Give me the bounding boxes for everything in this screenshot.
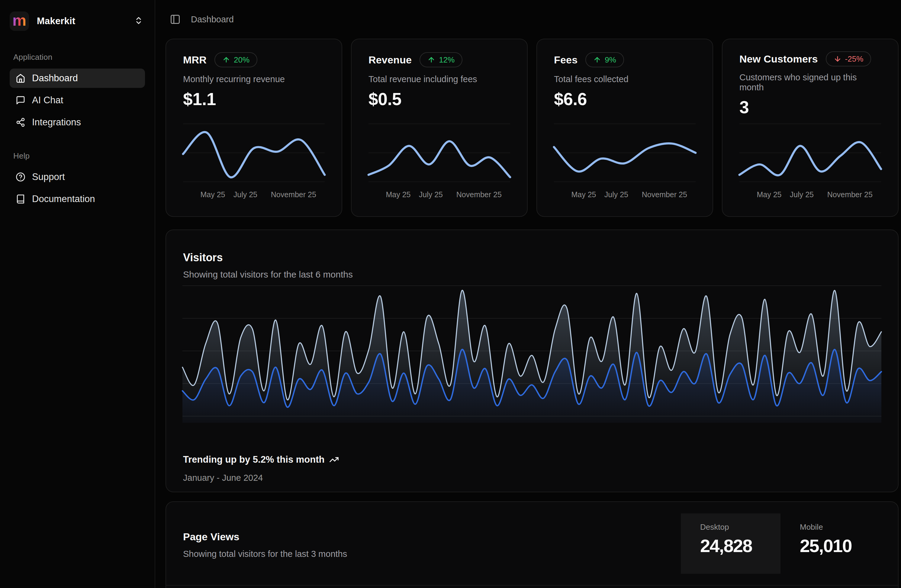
- sidebar-item-label: Documentation: [32, 193, 95, 204]
- visitors-period: January - June 2024: [183, 473, 263, 483]
- stat-title: MRR: [183, 54, 207, 66]
- sidebar-item-label: Support: [32, 172, 65, 182]
- stat-value: $0.5: [368, 89, 510, 109]
- trend-badge-value: 20%: [234, 55, 249, 65]
- sparkline-x-axis: May 25 July 25 November 25: [368, 190, 510, 203]
- trend-badge: 9%: [585, 52, 624, 67]
- sidebar-item-support[interactable]: Support: [10, 167, 145, 187]
- fees-sparkline-chart: [554, 117, 695, 189]
- sidebar-item-documentation[interactable]: Documentation: [10, 189, 145, 209]
- trend-badge-value: 12%: [439, 55, 455, 65]
- stat-card-revenue: Revenue 12% Total revenue including fees…: [351, 39, 528, 217]
- stat-value: $1.1: [183, 89, 325, 109]
- page-views-toggle-mobile[interactable]: Mobile 25,010: [781, 513, 880, 574]
- logo-letter: m: [12, 12, 26, 28]
- stat-description: Total revenue including fees: [368, 74, 510, 84]
- content: MRR 20% Monthly recurring revenue $1.1 M…: [155, 39, 901, 588]
- trend-badge-value: 9%: [605, 55, 616, 65]
- visitors-trend-note: Trending up by 5.2% this month: [183, 454, 324, 465]
- new-customers-sparkline-chart: [739, 117, 881, 189]
- breadcrumb: Dashboard: [191, 14, 234, 25]
- sidebar-item-label: Dashboard: [32, 73, 78, 84]
- desktop-value: 24,828: [700, 535, 781, 556]
- stat-title: Revenue: [368, 54, 412, 66]
- sidebar-item-label: Integrations: [32, 117, 81, 128]
- visitors-description: Showing total visitors for the last 6 mo…: [183, 269, 353, 280]
- arrow-up-icon: [593, 56, 601, 64]
- trend-badge: 20%: [214, 52, 257, 67]
- sidebar-item-dashboard[interactable]: Dashboard: [10, 69, 145, 88]
- arrow-down-icon: [834, 55, 842, 63]
- revenue-sparkline-chart: [368, 117, 510, 189]
- trending-up-icon: [329, 455, 339, 465]
- visitors-card: Visitors Showing total visitors for the …: [165, 229, 899, 492]
- sparkline-x-axis: May 25 July 25 November 25: [554, 190, 695, 203]
- stat-description: Total fees collected: [554, 74, 695, 84]
- page-views-header: Page Views Showing total visitors for th…: [166, 502, 898, 586]
- visitors-area-chart: [182, 284, 881, 423]
- stat-card-new-customers: New Customers -25% Customers who signed …: [722, 39, 899, 217]
- home-icon: [16, 73, 25, 83]
- sidebar-section-application: Application: [13, 53, 145, 62]
- stat-title: New Customers: [739, 53, 818, 65]
- sidebar-section-help: Help: [13, 151, 145, 161]
- stat-value: 3: [739, 97, 881, 117]
- stat-card-mrr: MRR 20% Monthly recurring revenue $1.1 M…: [165, 39, 342, 217]
- page-views-card: Page Views Showing total visitors for th…: [165, 501, 899, 588]
- mobile-label: Mobile: [800, 522, 880, 532]
- mobile-value: 25,010: [800, 535, 880, 556]
- stat-cards-row: MRR 20% Monthly recurring revenue $1.1 M…: [165, 39, 899, 217]
- sparkline-x-axis: May 25 July 25 November 25: [739, 190, 881, 203]
- stat-value: $6.6: [554, 89, 695, 109]
- arrow-up-icon: [222, 56, 230, 64]
- sidebar-item-ai-chat[interactable]: AI Chat: [10, 90, 145, 110]
- main-area: Dashboard MRR 20% Monthly recurring reve…: [155, 0, 901, 588]
- sidebar-item-integrations[interactable]: Integrations: [10, 113, 145, 132]
- sidebar-nav-help: Support Documentation: [10, 167, 145, 209]
- page-views-description: Showing total visitors for the last 3 mo…: [183, 549, 347, 559]
- sidebar-item-label: AI Chat: [32, 95, 63, 106]
- app-root: m Makerkit Application Dashboard AI Chat: [0, 0, 901, 588]
- sidebar-toggle-icon[interactable]: [170, 14, 181, 25]
- share-icon: [16, 117, 25, 127]
- trend-badge: -25%: [826, 51, 871, 66]
- help-circle-icon: [16, 172, 25, 182]
- stat-description: Customers who signed up this month: [739, 72, 881, 92]
- chevrons-up-down-icon: [134, 16, 143, 26]
- visitors-title: Visitors: [183, 251, 223, 264]
- page-views-toggle-desktop[interactable]: Desktop 24,828: [681, 513, 781, 574]
- workspace-switcher[interactable]: m Makerkit: [10, 11, 145, 31]
- stat-description: Monthly recurring revenue: [183, 74, 325, 84]
- makerkit-logo: m: [10, 11, 29, 31]
- topbar: Dashboard: [155, 0, 901, 39]
- arrow-up-icon: [427, 56, 435, 64]
- sidebar: m Makerkit Application Dashboard AI Chat: [0, 0, 155, 588]
- mrr-sparkline-chart: [183, 117, 325, 189]
- sparkline-x-axis: May 25 July 25 November 25: [183, 190, 325, 203]
- book-icon: [16, 194, 25, 204]
- trend-badge-value: -25%: [845, 55, 864, 64]
- chat-bubble-icon: [16, 95, 25, 105]
- stat-title: Fees: [554, 54, 577, 66]
- stat-card-fees: Fees 9% Total fees collected $6.6 May 25: [536, 39, 713, 217]
- sidebar-nav-application: Dashboard AI Chat Integrations: [10, 69, 145, 132]
- trend-badge: 12%: [419, 52, 463, 67]
- desktop-label: Desktop: [700, 522, 781, 532]
- page-views-title: Page Views: [183, 531, 240, 543]
- workspace-name: Makerkit: [37, 16, 75, 27]
